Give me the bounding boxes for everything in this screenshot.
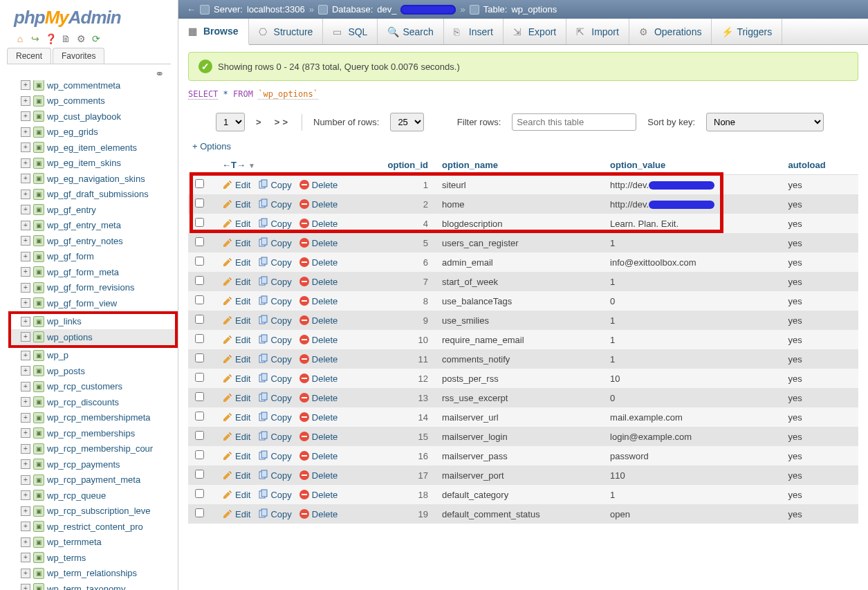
delete-button[interactable]: Delete <box>299 412 338 423</box>
logo[interactable]: phpMyAdmin <box>0 0 178 31</box>
expand-icon[interactable]: + <box>21 221 30 230</box>
copy-button[interactable]: Copy <box>257 489 291 500</box>
tab-favorites[interactable]: Favorites <box>53 48 104 64</box>
copy-button[interactable]: Copy <box>257 295 291 306</box>
page-select[interactable]: 1 <box>216 113 245 131</box>
expand-icon[interactable]: + <box>21 190 30 199</box>
copy-button[interactable]: Copy <box>257 392 291 403</box>
tab-browse[interactable]: ▦Browse <box>178 19 249 45</box>
row-checkbox[interactable] <box>195 489 204 498</box>
row-checkbox[interactable] <box>195 218 204 227</box>
copy-button[interactable]: Copy <box>257 353 291 365</box>
tree-item-wp_rcp_subscription_leve[interactable]: +▣wp_rcp_subscription_leve <box>11 504 178 519</box>
row-checkbox[interactable] <box>195 179 204 188</box>
tab-operations[interactable]: ⚙Operations <box>629 19 712 44</box>
tab-structure[interactable]: ⎔Structure <box>249 19 324 44</box>
edit-button[interactable]: Edit <box>222 315 250 326</box>
row-checkbox[interactable] <box>195 295 204 304</box>
col-option-value[interactable]: option_value <box>603 156 781 175</box>
copy-button[interactable]: Copy <box>257 237 291 248</box>
edit-button[interactable]: Edit <box>222 199 250 210</box>
delete-button[interactable]: Delete <box>299 508 338 519</box>
tab-insert[interactable]: ⎘Insert <box>444 19 504 44</box>
delete-button[interactable]: Delete <box>299 470 338 481</box>
delete-button[interactable]: Delete <box>299 373 338 384</box>
row-checkbox[interactable] <box>195 373 204 382</box>
delete-button[interactable]: Delete <box>299 334 338 345</box>
options-link[interactable]: + Options <box>188 137 858 153</box>
edit-button[interactable]: Edit <box>222 431 250 442</box>
row-checkbox[interactable] <box>195 450 204 459</box>
expand-icon[interactable]: + <box>21 444 30 454</box>
tree-item-wp_eg_item_elements[interactable]: +▣wp_eg_item_elements <box>11 140 178 156</box>
delete-button[interactable]: Delete <box>299 450 338 461</box>
copy-button[interactable]: Copy <box>257 199 291 210</box>
expand-icon[interactable]: + <box>21 96 30 106</box>
expand-icon[interactable]: + <box>21 428 30 438</box>
delete-button[interactable]: Delete <box>299 431 338 442</box>
tree-item-wp_gf_entry_meta[interactable]: +▣wp_gf_entry_meta <box>11 218 178 234</box>
edit-button[interactable]: Edit <box>222 218 250 229</box>
edit-button[interactable]: Edit <box>222 295 250 306</box>
row-checkbox[interactable] <box>195 237 204 246</box>
tree-item-wp_gf_form_view[interactable]: +▣wp_gf_form_view <box>11 295 178 311</box>
delete-button[interactable]: Delete <box>299 257 338 268</box>
expand-icon[interactable]: + <box>21 236 30 246</box>
logout-icon[interactable]: ↪ <box>29 33 41 45</box>
bc-back-icon[interactable]: ← <box>187 4 196 15</box>
row-checkbox[interactable] <box>195 470 204 479</box>
tree-item-wp_gf_form_meta[interactable]: +▣wp_gf_form_meta <box>11 264 178 280</box>
filter-input[interactable] <box>512 113 636 131</box>
edit-button[interactable]: Edit <box>222 334 250 345</box>
row-checkbox[interactable] <box>195 334 204 343</box>
expand-icon[interactable]: + <box>21 584 30 590</box>
copy-button[interactable]: Copy <box>257 431 291 442</box>
tab-recent[interactable]: Recent <box>7 48 51 64</box>
row-checkbox[interactable] <box>195 315 204 324</box>
tree-item-wp_eg_grids[interactable]: +▣wp_eg_grids <box>11 125 178 140</box>
copy-button[interactable]: Copy <box>257 334 291 345</box>
tree-item-wp_comments[interactable]: +▣wp_comments <box>11 93 178 109</box>
edit-button[interactable]: Edit <box>222 237 250 248</box>
expand-icon[interactable]: + <box>21 569 30 578</box>
tree-item-wp_termmeta[interactable]: +▣wp_termmeta <box>11 535 178 551</box>
expand-icon[interactable]: + <box>21 553 30 562</box>
rows-select[interactable]: 25 <box>390 113 424 131</box>
edit-button[interactable]: Edit <box>222 353 250 365</box>
doc-icon[interactable]: ❓ <box>44 33 57 45</box>
tree-item-wp_commentmeta[interactable]: +▣wp_commentmeta <box>11 80 178 93</box>
expand-icon[interactable]: + <box>21 127 30 137</box>
delete-button[interactable]: Delete <box>299 276 338 287</box>
tab-import[interactable]: ⇱Import <box>566 19 629 44</box>
expand-icon[interactable]: + <box>21 267 30 277</box>
copy-button[interactable]: Copy <box>257 276 291 287</box>
tree-item-wp_gf_form[interactable]: +▣wp_gf_form <box>11 249 178 265</box>
db-tree[interactable]: +▣wp_commentmeta+▣wp_comments+▣wp_cust_p… <box>0 80 178 590</box>
edit-button[interactable]: Edit <box>222 373 250 384</box>
delete-button[interactable]: Delete <box>299 392 338 403</box>
edit-button[interactable]: Edit <box>222 412 250 423</box>
tree-item-wp_eg_item_skins[interactable]: +▣wp_eg_item_skins <box>11 156 178 172</box>
expand-icon[interactable]: + <box>21 382 30 391</box>
tree-item-wp_rcp_queue[interactable]: +▣wp_rcp_queue <box>11 488 178 504</box>
copy-button[interactable]: Copy <box>257 179 291 190</box>
edit-button[interactable]: Edit <box>222 508 250 519</box>
tree-item-wp_term_taxonomy[interactable]: +▣wp_term_taxonomy <box>11 581 178 590</box>
copy-button[interactable]: Copy <box>257 470 291 481</box>
edit-button[interactable]: Edit <box>222 489 250 500</box>
bc-tbl[interactable]: wp_options <box>511 4 557 15</box>
expand-icon[interactable]: + <box>21 252 30 261</box>
tree-item-wp_p[interactable]: +▣wp_p <box>11 348 178 364</box>
edit-button[interactable]: Edit <box>222 392 250 403</box>
expand-icon[interactable]: + <box>21 537 30 547</box>
expand-icon[interactable]: + <box>21 332 30 342</box>
expand-icon[interactable]: + <box>21 283 30 293</box>
edit-button[interactable]: Edit <box>222 276 250 287</box>
tree-item-wp_restrict_content_pro[interactable]: +▣wp_restrict_content_pro <box>11 519 178 535</box>
delete-button[interactable]: Delete <box>299 218 338 229</box>
copy-button[interactable]: Copy <box>257 218 291 229</box>
tree-item-wp_rcp_payment_meta[interactable]: +▣wp_rcp_payment_meta <box>11 472 178 488</box>
edit-button[interactable]: Edit <box>222 450 250 461</box>
col-option-id[interactable]: option_id <box>353 156 435 175</box>
expand-icon[interactable]: + <box>21 413 30 423</box>
